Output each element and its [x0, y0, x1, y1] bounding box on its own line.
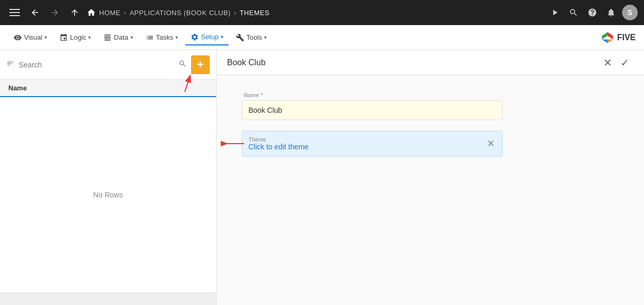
logic-arrow: ▾	[88, 34, 91, 40]
svg-rect-2	[9, 15, 20, 16]
add-button[interactable]: +	[191, 55, 210, 74]
toolbar-setup[interactable]: Setup ▾	[185, 30, 229, 45]
logic-icon	[59, 33, 68, 42]
theme-field[interactable]: Theme Click to edit theme ✕	[242, 131, 503, 157]
toolbar-data-label: Data	[114, 33, 128, 41]
table-header: Name	[0, 80, 216, 97]
play-icon[interactable]	[547, 5, 563, 20]
five-logo: FIVE	[600, 30, 636, 45]
left-panel: + Name No Rows	[0, 50, 217, 305]
breadcrumb-home[interactable]: HOME	[99, 9, 121, 17]
form-area: Name * Theme Click to edit theme ✕	[217, 75, 644, 305]
breadcrumb-app[interactable]: APPLICATIONS (BOOK CLUB)	[129, 9, 231, 17]
search-nav-icon[interactable]	[566, 5, 581, 20]
svg-marker-5	[602, 39, 608, 43]
right-panel: Book Club ✕ ✓ Name * Theme Click to edit…	[217, 50, 644, 305]
svg-marker-3	[607, 32, 613, 39]
theme-field-inner: Theme Click to edit theme	[248, 136, 308, 151]
name-label: Name *	[242, 92, 503, 98]
filter-icon[interactable]	[6, 60, 15, 70]
theme-label: Theme	[248, 136, 308, 143]
breadcrumb: HOME › APPLICATIONS (BOOK CLUB) › THEMES	[87, 8, 543, 17]
tools-icon	[236, 33, 244, 42]
toolbar-tasks[interactable]: Tasks ▾	[140, 30, 183, 45]
visual-arrow: ▾	[44, 34, 47, 40]
toolbar-visual-label: Visual	[24, 33, 42, 41]
breadcrumb-sep2: ›	[234, 8, 236, 17]
theme-clear-button[interactable]: ✕	[486, 137, 496, 150]
breadcrumb-sep1: ›	[124, 8, 126, 17]
name-field: Name *	[242, 92, 503, 120]
menu-icon[interactable]	[6, 4, 23, 21]
five-text: FIVE	[617, 33, 636, 42]
theme-field-wrapper: Theme Click to edit theme ✕	[242, 131, 503, 157]
left-panel-footer	[0, 292, 216, 305]
search-input[interactable]	[19, 61, 174, 69]
up-icon[interactable]	[67, 5, 82, 20]
setup-arrow: ▾	[221, 34, 223, 40]
forward-icon[interactable]	[47, 5, 63, 20]
svg-marker-6	[607, 39, 613, 43]
avatar[interactable]: S	[622, 5, 638, 20]
confirm-button[interactable]: ✓	[616, 54, 634, 71]
eye-icon	[14, 33, 22, 42]
search-icon[interactable]	[178, 60, 187, 70]
toolbar-logic-label: Logic	[70, 33, 86, 41]
svg-rect-0	[9, 9, 20, 10]
toolbar-tools[interactable]: Tools ▾	[231, 30, 272, 45]
svg-marker-4	[602, 32, 608, 39]
toolbar-setup-label: Setup	[201, 33, 219, 41]
tasks-arrow: ▾	[175, 34, 178, 40]
tools-arrow: ▾	[264, 34, 267, 40]
tasks-icon	[146, 33, 154, 42]
toolbar: Visual ▾ Logic ▾ Data ▾ Tasks ▾ Setup ▾ …	[0, 25, 644, 50]
five-logo-icon	[600, 30, 615, 45]
notification-icon[interactable]	[603, 5, 619, 20]
close-button[interactable]: ✕	[599, 54, 616, 71]
toolbar-tools-label: Tools	[246, 33, 262, 41]
column-name: Name	[8, 84, 27, 92]
name-input[interactable]	[242, 100, 503, 120]
setup-icon	[190, 33, 199, 41]
search-bar: +	[0, 50, 216, 80]
main-content: + Name No Rows Book Club ✕	[0, 50, 644, 305]
data-icon	[103, 33, 112, 42]
panel-title: Book Club	[227, 58, 599, 67]
right-header: Book Club ✕ ✓	[217, 50, 644, 75]
theme-value: Click to edit theme	[248, 143, 308, 151]
svg-rect-1	[9, 12, 20, 13]
home-icon	[87, 8, 96, 17]
toolbar-tasks-label: Tasks	[156, 33, 173, 41]
data-arrow: ▾	[130, 34, 133, 40]
toolbar-data[interactable]: Data ▾	[98, 30, 138, 45]
top-nav: HOME › APPLICATIONS (BOOK CLUB) › THEMES…	[0, 0, 644, 25]
toolbar-visual[interactable]: Visual ▾	[8, 30, 52, 45]
back-icon[interactable]	[27, 5, 43, 20]
no-rows-text: No Rows	[0, 97, 216, 292]
toolbar-logic[interactable]: Logic ▾	[54, 30, 96, 45]
help-icon[interactable]	[585, 5, 600, 20]
top-nav-right: S	[547, 5, 638, 20]
breadcrumb-current[interactable]: THEMES	[240, 9, 269, 17]
